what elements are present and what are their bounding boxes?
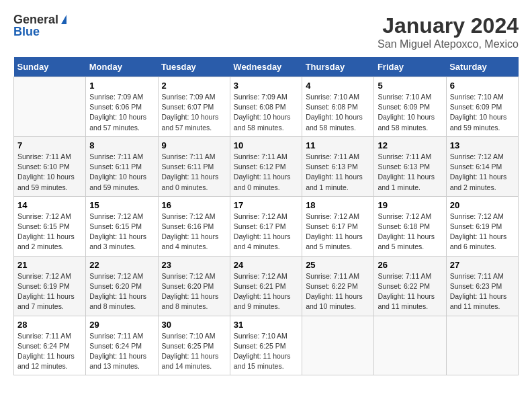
calendar-cell	[374, 316, 446, 375]
day-info: Sunrise: 7:12 AMSunset: 6:15 PMDaylight:…	[89, 212, 154, 253]
calendar-cell: 5Sunrise: 7:10 AMSunset: 6:09 PMDaylight…	[374, 77, 446, 137]
day-info: Sunrise: 7:12 AMSunset: 6:20 PMDaylight:…	[162, 271, 226, 312]
day-number: 22	[89, 260, 154, 270]
day-info: Sunrise: 7:11 AMSunset: 6:11 PMDaylight:…	[162, 152, 226, 193]
header-friday: Friday	[374, 57, 446, 77]
day-info: Sunrise: 7:12 AMSunset: 6:21 PMDaylight:…	[234, 271, 298, 312]
day-info: Sunrise: 7:11 AMSunset: 6:22 PMDaylight:…	[378, 271, 442, 312]
day-number: 3	[234, 81, 298, 91]
calendar-cell: 30Sunrise: 7:10 AMSunset: 6:25 PMDayligh…	[158, 316, 230, 375]
calendar-week-row: 14Sunrise: 7:12 AMSunset: 6:15 PMDayligh…	[14, 196, 519, 256]
calendar-cell: 28Sunrise: 7:11 AMSunset: 6:24 PMDayligh…	[14, 316, 86, 375]
calendar-cell: 11Sunrise: 7:11 AMSunset: 6:13 PMDayligh…	[302, 136, 374, 196]
calendar-cell: 15Sunrise: 7:12 AMSunset: 6:15 PMDayligh…	[86, 196, 158, 256]
logo: General Blue	[13, 13, 66, 38]
calendar-cell: 23Sunrise: 7:12 AMSunset: 6:20 PMDayligh…	[158, 256, 230, 316]
page-header: General Blue January 2024 San Miguel Ate…	[13, 13, 519, 50]
calendar-header-row: SundayMondayTuesdayWednesdayThursdayFrid…	[14, 57, 519, 77]
calendar-week-row: 21Sunrise: 7:12 AMSunset: 6:19 PMDayligh…	[14, 256, 519, 316]
header-saturday: Saturday	[446, 57, 518, 77]
day-info: Sunrise: 7:11 AMSunset: 6:13 PMDaylight:…	[306, 152, 370, 193]
calendar-cell: 1Sunrise: 7:09 AMSunset: 6:06 PMDaylight…	[86, 77, 158, 137]
calendar-cell: 10Sunrise: 7:11 AMSunset: 6:12 PMDayligh…	[230, 136, 302, 196]
calendar-table: SundayMondayTuesdayWednesdayThursdayFrid…	[13, 57, 519, 375]
day-info: Sunrise: 7:11 AMSunset: 6:13 PMDaylight:…	[378, 152, 442, 193]
day-number: 29	[89, 320, 154, 330]
calendar-cell: 4Sunrise: 7:10 AMSunset: 6:08 PMDaylight…	[302, 77, 374, 137]
calendar-cell	[14, 77, 86, 137]
calendar-week-row: 7Sunrise: 7:11 AMSunset: 6:10 PMDaylight…	[14, 136, 519, 196]
calendar-cell: 22Sunrise: 7:12 AMSunset: 6:20 PMDayligh…	[86, 256, 158, 316]
header-thursday: Thursday	[302, 57, 374, 77]
day-number: 2	[162, 81, 226, 91]
day-info: Sunrise: 7:12 AMSunset: 6:17 PMDaylight:…	[234, 212, 298, 253]
calendar-cell: 13Sunrise: 7:12 AMSunset: 6:14 PMDayligh…	[446, 136, 518, 196]
day-number: 10	[234, 140, 298, 150]
calendar-cell: 25Sunrise: 7:11 AMSunset: 6:22 PMDayligh…	[302, 256, 374, 316]
calendar-cell: 27Sunrise: 7:11 AMSunset: 6:23 PMDayligh…	[446, 256, 518, 316]
calendar-cell: 16Sunrise: 7:12 AMSunset: 6:16 PMDayligh…	[158, 196, 230, 256]
day-info: Sunrise: 7:11 AMSunset: 6:12 PMDaylight:…	[234, 152, 298, 193]
calendar-cell: 20Sunrise: 7:12 AMSunset: 6:19 PMDayligh…	[446, 196, 518, 256]
day-number: 1	[89, 81, 154, 91]
logo-general-text: General	[13, 13, 58, 26]
calendar-cell: 9Sunrise: 7:11 AMSunset: 6:11 PMDaylight…	[158, 136, 230, 196]
logo-triangle-icon	[61, 15, 66, 24]
day-number: 9	[162, 140, 226, 150]
day-number: 25	[306, 260, 370, 270]
day-number: 18	[306, 200, 370, 210]
day-number: 23	[162, 260, 226, 270]
day-number: 20	[450, 200, 515, 210]
day-number: 31	[234, 320, 298, 330]
calendar-cell: 19Sunrise: 7:12 AMSunset: 6:18 PMDayligh…	[374, 196, 446, 256]
calendar-cell	[302, 316, 374, 375]
day-number: 7	[17, 140, 82, 150]
day-info: Sunrise: 7:10 AMSunset: 6:09 PMDaylight:…	[450, 92, 515, 133]
day-info: Sunrise: 7:10 AMSunset: 6:08 PMDaylight:…	[306, 92, 370, 133]
day-number: 24	[234, 260, 298, 270]
day-number: 8	[89, 140, 154, 150]
calendar-cell: 3Sunrise: 7:09 AMSunset: 6:08 PMDaylight…	[230, 77, 302, 137]
calendar-week-row: 28Sunrise: 7:11 AMSunset: 6:24 PMDayligh…	[14, 316, 519, 375]
calendar-cell: 21Sunrise: 7:12 AMSunset: 6:19 PMDayligh…	[14, 256, 86, 316]
calendar-cell: 7Sunrise: 7:11 AMSunset: 6:10 PMDaylight…	[14, 136, 86, 196]
day-info: Sunrise: 7:11 AMSunset: 6:24 PMDaylight:…	[17, 331, 82, 372]
calendar-title: January 2024	[378, 13, 519, 38]
day-info: Sunrise: 7:12 AMSunset: 6:19 PMDaylight:…	[450, 212, 515, 253]
day-info: Sunrise: 7:10 AMSunset: 6:25 PMDaylight:…	[234, 331, 298, 372]
day-info: Sunrise: 7:09 AMSunset: 6:08 PMDaylight:…	[234, 92, 298, 133]
day-info: Sunrise: 7:11 AMSunset: 6:10 PMDaylight:…	[17, 152, 82, 193]
day-info: Sunrise: 7:12 AMSunset: 6:16 PMDaylight:…	[162, 212, 226, 253]
calendar-cell: 31Sunrise: 7:10 AMSunset: 6:25 PMDayligh…	[230, 316, 302, 375]
day-info: Sunrise: 7:11 AMSunset: 6:22 PMDaylight:…	[306, 271, 370, 312]
day-number: 19	[378, 200, 442, 210]
logo-blue-text: Blue	[13, 26, 40, 38]
day-number: 5	[378, 81, 442, 91]
day-number: 4	[306, 81, 370, 91]
day-info: Sunrise: 7:11 AMSunset: 6:23 PMDaylight:…	[450, 271, 515, 312]
day-number: 28	[17, 320, 82, 330]
day-number: 17	[234, 200, 298, 210]
calendar-cell: 8Sunrise: 7:11 AMSunset: 6:11 PMDaylight…	[86, 136, 158, 196]
day-info: Sunrise: 7:10 AMSunset: 6:25 PMDaylight:…	[162, 331, 226, 372]
calendar-cell: 14Sunrise: 7:12 AMSunset: 6:15 PMDayligh…	[14, 196, 86, 256]
header-monday: Monday	[86, 57, 158, 77]
day-info: Sunrise: 7:12 AMSunset: 6:20 PMDaylight:…	[89, 271, 154, 312]
calendar-cell: 18Sunrise: 7:12 AMSunset: 6:17 PMDayligh…	[302, 196, 374, 256]
day-info: Sunrise: 7:09 AMSunset: 6:07 PMDaylight:…	[162, 92, 226, 133]
header-tuesday: Tuesday	[158, 57, 230, 77]
calendar-cell: 6Sunrise: 7:10 AMSunset: 6:09 PMDaylight…	[446, 77, 518, 137]
day-number: 16	[162, 200, 226, 210]
day-number: 26	[378, 260, 442, 270]
header-wednesday: Wednesday	[230, 57, 302, 77]
day-info: Sunrise: 7:12 AMSunset: 6:14 PMDaylight:…	[450, 152, 515, 193]
day-info: Sunrise: 7:12 AMSunset: 6:17 PMDaylight:…	[306, 212, 370, 253]
day-number: 6	[450, 81, 515, 91]
day-number: 13	[450, 140, 515, 150]
day-number: 30	[162, 320, 226, 330]
calendar-cell	[446, 316, 518, 375]
day-info: Sunrise: 7:10 AMSunset: 6:09 PMDaylight:…	[378, 92, 442, 133]
day-number: 27	[450, 260, 515, 270]
calendar-cell: 29Sunrise: 7:11 AMSunset: 6:24 PMDayligh…	[86, 316, 158, 375]
day-number: 21	[17, 260, 82, 270]
